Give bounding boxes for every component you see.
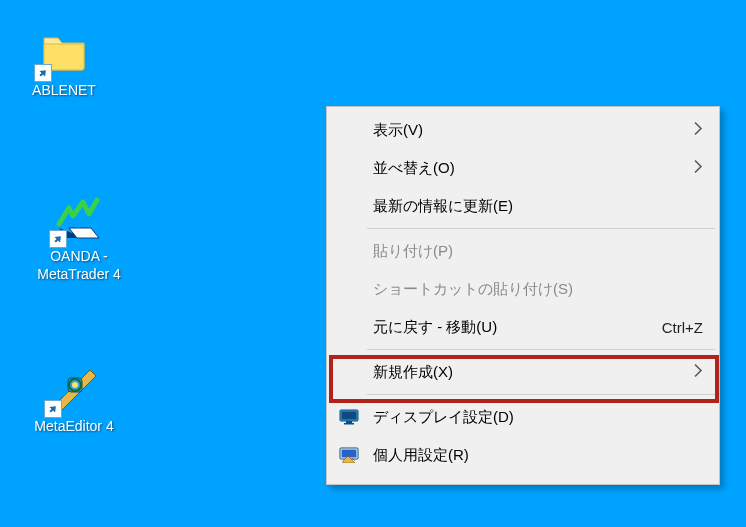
menu-item-paste-shortcut: ショートカットの貼り付け(S) [329, 270, 717, 308]
svg-rect-4 [342, 412, 357, 420]
menu-item-personalize[interactable]: 個人用設定(R) [329, 436, 717, 474]
menu-item-label: 最新の情報に更新(E) [373, 197, 703, 216]
menu-item-label: ショートカットの貼り付け(S) [373, 280, 703, 299]
chevron-right-icon [693, 364, 703, 381]
menu-separator [367, 394, 715, 395]
app-icon [51, 190, 107, 246]
blank-icon [339, 158, 365, 178]
menu-item-view[interactable]: 表示(V) [329, 111, 717, 149]
blank-icon [339, 362, 365, 382]
menu-item-sort[interactable]: 並べ替え(O) [329, 149, 717, 187]
desktop-icon-app-me4[interactable]: MetaEditor 4 [14, 360, 134, 436]
blank-icon [339, 317, 365, 337]
menu-item-label: 元に戻す - 移動(U) [373, 318, 662, 337]
shortcut-overlay-icon [34, 64, 52, 82]
menu-item-label: ディスプレイ設定(D) [373, 408, 703, 427]
desktop-icon-folder[interactable]: ABLENET [14, 24, 114, 100]
menu-item-label: 貼り付け(P) [373, 242, 703, 261]
menu-item-refresh[interactable]: 最新の情報に更新(E) [329, 187, 717, 225]
menu-separator [367, 228, 715, 229]
svg-rect-6 [344, 423, 354, 425]
monitor-icon [339, 407, 365, 427]
svg-point-1 [72, 382, 78, 388]
chevron-right-icon [693, 160, 703, 177]
svg-rect-8 [342, 450, 357, 458]
menu-item-undo-move[interactable]: 元に戻す - 移動(U) Ctrl+Z [329, 308, 717, 346]
desktop-icon-app-mt4[interactable]: OANDA - MetaTrader 4 [14, 190, 144, 283]
menu-item-label: 個人用設定(R) [373, 446, 703, 465]
blank-icon [339, 120, 365, 140]
blank-icon [339, 196, 365, 216]
blank-icon [339, 279, 365, 299]
menu-separator [367, 349, 715, 350]
shortcut-overlay-icon [44, 400, 62, 418]
menu-item-paste: 貼り付け(P) [329, 232, 717, 270]
chevron-right-icon [693, 122, 703, 139]
menu-item-label: 新規作成(X) [373, 363, 703, 382]
menu-item-label: 並べ替え(O) [373, 159, 703, 178]
personalize-icon [339, 445, 365, 465]
folder-icon [36, 24, 92, 80]
desktop-icon-label: OANDA - MetaTrader 4 [19, 248, 139, 283]
menu-item-shortcut: Ctrl+Z [662, 319, 703, 336]
blank-icon [339, 241, 365, 261]
menu-item-new[interactable]: 新規作成(X) [329, 353, 717, 391]
svg-rect-5 [346, 421, 352, 423]
desktop-icon-label: ABLENET [32, 82, 96, 100]
menu-item-display-settings[interactable]: ディスプレイ設定(D) [329, 398, 717, 436]
app-icon [46, 360, 102, 416]
desktop-icon-label: MetaEditor 4 [34, 418, 113, 436]
menu-item-label: 表示(V) [373, 121, 703, 140]
shortcut-overlay-icon [49, 230, 67, 248]
desktop-context-menu: 表示(V) 並べ替え(O) 最新の情報に更新(E) 貼り付け(P) ショートカッ… [326, 106, 720, 485]
